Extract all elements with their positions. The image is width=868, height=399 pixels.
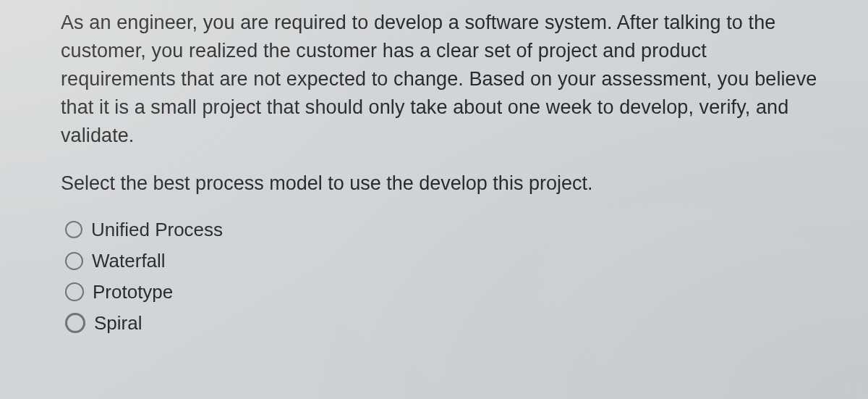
radio-icon[interactable] [65,313,85,333]
option-waterfall[interactable]: Waterfall [65,250,825,272]
options-group: Unified Process Waterfall Prototype Spir… [61,219,825,335]
option-prototype[interactable]: Prototype [65,281,825,303]
radio-icon[interactable] [65,221,82,238]
option-label: Prototype [93,281,173,303]
radio-icon[interactable] [65,282,84,301]
question-prompt: Select the best process model to use the… [61,169,825,198]
question-stem: As an engineer, you are required to deve… [61,9,820,149]
option-label: Waterfall [92,250,166,272]
option-unified-process[interactable]: Unified Process [65,219,825,241]
option-spiral[interactable]: Spiral [65,312,825,335]
option-label: Spiral [94,312,142,335]
option-label: Unified Process [91,219,223,241]
radio-icon[interactable] [65,252,83,270]
